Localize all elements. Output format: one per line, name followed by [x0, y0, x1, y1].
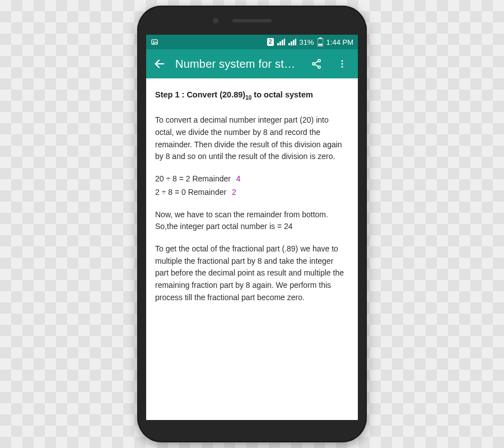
svg-point-1 [153, 41, 154, 42]
svg-line-10 [315, 64, 318, 67]
battery-icon [318, 38, 323, 46]
paragraph-scan: Now, we have to scan the remainder from … [155, 209, 349, 233]
svg-line-9 [315, 61, 318, 63]
calc-remainder-1: 4 [236, 174, 241, 183]
svg-rect-4 [318, 44, 322, 46]
step-heading-pre: Step 1 : Convert (20.89) [155, 90, 245, 99]
app-title: Number system for st… [175, 58, 301, 71]
calc-line-2: 2 ÷ 8 = 0 Remainder 2 [155, 186, 349, 199]
svg-point-11 [342, 60, 343, 62]
battery-percent: 31% [300, 38, 314, 46]
phone-frame: 2 31% 1:44 PM Number system for st… [137, 6, 367, 442]
status-bar: 2 31% 1:44 PM [146, 35, 358, 49]
phone-speaker [232, 19, 272, 22]
svg-point-12 [342, 63, 343, 65]
calc-expr-1: 20 ÷ 8 = 2 Remainder [155, 174, 231, 183]
svg-point-13 [342, 66, 343, 68]
step-heading-sub: 10 [245, 95, 251, 101]
calc-remainder-2: 2 [232, 188, 236, 197]
calc-expr-2: 2 ÷ 8 = 0 Remainder [155, 188, 226, 197]
step-heading-post: to octal system [251, 90, 313, 99]
phone-sensor [213, 18, 218, 24]
calc-line-1: 20 ÷ 8 = 2 Remainder 4 [155, 173, 349, 185]
step-heading: Step 1 : Convert (20.89)10 to octal syst… [155, 88, 349, 102]
app-bar: Number system for st… [146, 49, 358, 78]
signal-icon-1 [277, 39, 285, 45]
paragraph-intro: To convert a decimal number integer part… [155, 114, 349, 163]
screen: 2 31% 1:44 PM Number system for st… [146, 35, 358, 420]
clock-text: 1:44 PM [326, 38, 353, 46]
signal-icon-2 [288, 39, 296, 45]
picture-icon [151, 38, 158, 46]
sim-indicator: 2 [267, 38, 274, 46]
paragraph-fractional: To get the octal of the fractional part … [155, 243, 349, 304]
share-button[interactable] [306, 54, 326, 74]
content-area[interactable]: Step 1 : Convert (20.89)10 to octal syst… [146, 78, 358, 420]
overflow-menu-button[interactable] [332, 54, 352, 74]
back-button[interactable] [150, 54, 170, 74]
calculation-block: 20 ÷ 8 = 2 Remainder 4 2 ÷ 8 = 0 Remaind… [155, 173, 349, 198]
